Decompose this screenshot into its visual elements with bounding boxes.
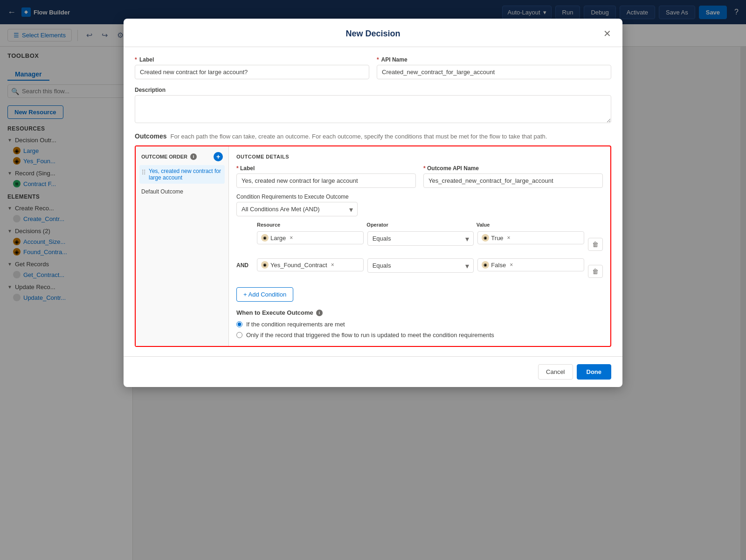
resource-field-1[interactable]: ◉ Large × [257,231,364,244]
description-textarea[interactable] [135,95,611,123]
execute-option-2-label: Only if the record that triggered the fl… [246,332,494,339]
outcome-label-input[interactable] [236,173,416,188]
large-resource-icon: ◉ [261,234,269,242]
condition-req-label: Condition Requirements to Execute Outcom… [236,194,603,200]
outcome-api-required: * [423,165,426,172]
outcome-label-api-row: * Label * Outcome API Name [236,165,603,188]
large-resource-remove-icon[interactable]: × [290,235,293,241]
operator-select-1[interactable]: Equals [367,231,474,246]
drag-handle-icon: ⠿ [141,169,146,176]
outcome-api-name-group: * Outcome API Name [423,165,603,188]
outcomes-title: Outcomes [135,132,166,140]
delete-condition-2-button[interactable]: 🗑 [588,265,603,278]
operator-col-1: Equals [367,231,474,246]
delete-col-header [586,222,603,228]
resource-col-1: ◉ Large × [257,231,364,244]
modal-footer: Cancel Done [124,356,622,387]
outcome-label-group: * Label [236,165,416,188]
execute-info-icon[interactable]: i [316,310,323,316]
true-value-label: True [491,235,503,242]
outcome-api-name-label: * Outcome API Name [423,165,603,172]
true-value-icon: ◉ [482,234,489,242]
condition-req-group: Condition Requirements to Execute Outcom… [236,194,603,216]
label-field-label: * Label [135,56,369,63]
execute-radio-group: If the condition requirements are met On… [236,321,603,339]
done-button[interactable]: Done [577,364,612,380]
large-resource-label: Large [270,235,286,242]
operator-col-header: Operator [366,222,472,228]
outcome-details-title: OUTCOME DETAILS [236,154,603,159]
delete-condition-1-button[interactable]: 🗑 [588,238,603,251]
outcome-item-label: Yes, created new contract for large acco… [149,168,223,181]
cancel-button[interactable]: Cancel [538,364,573,380]
label-api-row: * Label * API Name [135,56,611,79]
modal-header: New Decision ✕ [124,19,622,47]
execute-radio-1[interactable] [236,321,242,327]
execute-option-1[interactable]: If the condition requirements are met [236,321,603,328]
operator-col-2: Equals [367,258,474,273]
modal-close-button[interactable]: ✕ [603,28,611,39]
yes-found-resource-label: Yes_Found_Contract [270,262,327,269]
condition-req-select-wrapper: All Conditions Are Met (AND) Any Conditi… [236,202,358,216]
false-value-icon: ◉ [482,261,489,269]
operator-select-2[interactable]: Equals [367,258,474,273]
outcome-order-info-icon[interactable]: i [190,153,197,160]
outcome-details: OUTCOME DETAILS * Label * [229,146,610,346]
condition-req-select[interactable]: All Conditions Are Met (AND) Any Conditi… [236,202,358,216]
condition-prefix-1 [236,231,253,235]
api-name-input[interactable] [377,65,611,79]
condition-row-1: ◉ Large × Equals [236,229,603,253]
outcomes-header: Outcomes For each path the flow can take… [135,132,611,140]
condition-row-2: AND ◉ Yes_Found_Contract × Equals [236,256,603,280]
value-col-header: Value [477,222,582,228]
modal-close-wrapper: ✕ [452,28,611,39]
execute-radio-2[interactable] [236,332,242,338]
outcome-order-label: OUTCOME ORDER [141,154,187,159]
outcome-item-default[interactable]: Default Outcome [139,186,225,198]
modal-title: New Decision [294,29,453,39]
execute-title: When to Execute Outcome i [236,309,603,316]
description-field-group: Description [135,87,611,125]
default-outcome-item-label: Default Outcome [141,188,183,195]
resource-field-2[interactable]: ◉ Yes_Found_Contract × [257,258,364,271]
value-field-2[interactable]: ◉ False × [477,258,584,271]
outcome-order-header: OUTCOME ORDER i + [139,152,225,161]
api-name-field-group: * API Name [377,56,611,79]
add-outcome-icon[interactable]: + [214,152,223,161]
api-name-field-label: * API Name [377,56,611,63]
new-decision-modal: New Decision ✕ * Label * API [124,19,622,387]
label-required-mark: * [135,56,137,63]
value-col-2: ◉ False × [477,258,584,271]
api-required-mark: * [377,56,379,63]
condition-prefix-2: AND [236,258,253,269]
yes-found-resource-icon: ◉ [261,261,269,269]
value-col-1: ◉ True × [477,231,584,244]
label-field-group: * Label [135,56,369,79]
label-input[interactable] [135,65,369,79]
outcomes-description: For each path the flow can take, create … [170,133,547,140]
value-field-1[interactable]: ◉ True × [477,231,584,244]
add-condition-button[interactable]: + Add Condition [236,287,293,302]
description-label: Description [135,87,611,93]
modal-body: * Label * API Name Description [124,47,622,356]
execute-section: When to Execute Outcome i If the conditi… [236,309,603,339]
operator-select-wrapper-2: Equals [367,258,474,273]
yes-found-remove-icon[interactable]: × [331,262,334,268]
true-value-remove-icon[interactable]: × [507,235,511,241]
operator-select-wrapper-1: Equals [367,231,474,246]
execute-option-1-label: If the condition requirements are met [246,321,345,328]
outcome-list: OUTCOME ORDER i + ⠿ Yes, created new con… [136,146,229,346]
execute-option-2[interactable]: Only if the record that triggered the fl… [236,332,603,339]
false-value-label: False [491,262,506,269]
outcome-item-yes-created[interactable]: ⠿ Yes, created new contract for large ac… [139,165,225,184]
outcome-label-required: * [236,165,239,172]
resource-col-2: ◉ Yes_Found_Contract × [257,258,364,271]
outcomes-container: OUTCOME ORDER i + ⠿ Yes, created new con… [135,145,611,347]
false-value-remove-icon[interactable]: × [510,262,513,268]
resource-col-header: Resource [257,222,363,228]
condition-cols-header: Resource Operator Value [236,222,603,229]
outcome-label-label: * Label [236,165,416,172]
outcome-api-name-input[interactable] [423,173,603,188]
execute-title-label: When to Execute Outcome [236,309,313,316]
modal-overlay: New Decision ✕ * Label * API [0,0,746,560]
